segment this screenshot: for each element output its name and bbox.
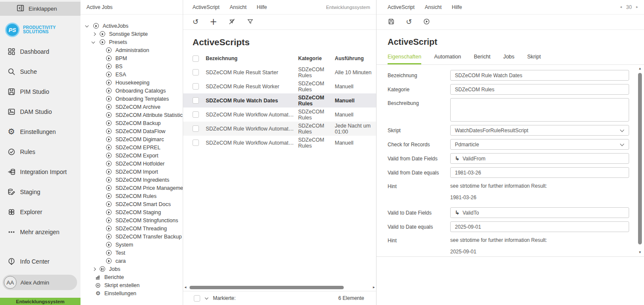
tree-item-sdzecom-smart-docs[interactable]: SDZeCOM Smart Docs (80, 200, 183, 208)
filter-clear-button[interactable] (228, 18, 236, 26)
tree-item-sonstige-skripte[interactable]: Sonstige Skripte (80, 30, 183, 38)
tree-item-onboarding-catalogs[interactable]: Onboarding Catalogs (80, 87, 183, 95)
tree-item-activejobs[interactable]: ActiveJobs (80, 22, 183, 30)
tree-item-presets[interactable]: Presets (80, 38, 183, 46)
table-row[interactable]: SDZeCOM Rule Workflow Automation WorkerS… (183, 136, 376, 150)
tree-item-sdzecom-staging[interactable]: SDZeCOM Staging (80, 208, 183, 216)
sidebar-item-mehr-anzeigen[interactable]: Mehr anzeigen (0, 222, 80, 242)
sidebar-item-rules[interactable]: Rules (0, 142, 80, 162)
tree-item-sdzecom-stringfunctions[interactable]: SDZeCOM Stringfunctions (80, 216, 183, 224)
tree-item-sdzecom-backup[interactable]: SDZeCOM Backup (80, 119, 183, 127)
expander-right-icon[interactable] (92, 33, 100, 35)
tree-item-bs[interactable]: BS (80, 62, 183, 70)
sidebar-item-info-center[interactable]: Info Center (0, 251, 80, 271)
column-header-ausfuehrung[interactable]: Ausführung (335, 55, 372, 61)
tree-item-sdzecom-price-management[interactable]: SDZeCOM Price Management (80, 184, 183, 192)
tree-item-jobs[interactable]: Jobs (80, 265, 183, 273)
menu-ansicht[interactable]: Ansicht (425, 4, 441, 10)
valid-to-date-fields-input[interactable]: ↳ValidTo (450, 207, 629, 218)
tree-item-bpm[interactable]: BPM (80, 54, 183, 62)
row-checkbox[interactable] (193, 125, 199, 132)
tab-jobs[interactable]: Jobs (503, 54, 514, 64)
tree-item-einstellungen[interactable]: ⚙Einstellungen (80, 289, 183, 297)
tree-item-berichte[interactable]: Berichte (80, 273, 183, 281)
tab-skript[interactable]: Skript (527, 54, 541, 64)
column-header-bezeichnung[interactable]: Bezeichnung (206, 55, 298, 61)
table-row[interactable]: SDZeCOM Rule Result WorkerSDZeCOM RulesM… (183, 79, 376, 93)
save-button[interactable] (388, 18, 395, 26)
sidebar-item-dam-studio[interactable]: DAM Studio (0, 102, 80, 122)
tree-item-system[interactable]: System (80, 241, 183, 249)
tree-item-sdzecom-eprel[interactable]: SDZeCOM EPREL (80, 143, 183, 151)
kategorie-input[interactable]: SDZeCOM Rules (450, 84, 629, 95)
menu-activescript[interactable]: ActiveScript (388, 4, 414, 10)
check-for-records-select[interactable]: Pdmarticle (450, 139, 629, 150)
tree-item-sdzecom-digimarc[interactable]: SDZeCOM Digimarc (80, 135, 183, 143)
sidebar-item-explorer[interactable]: Explorer (0, 202, 80, 222)
tree-item-sdzecom-import[interactable]: SDZeCOM Import (80, 168, 183, 176)
table-row[interactable]: SDZeCOM Rule Result StarterSDZeCOM Rules… (183, 65, 376, 79)
scrollbar-thumb[interactable] (190, 286, 344, 289)
menu-ansicht[interactable]: Ansicht (230, 4, 246, 10)
tree-item-test[interactable]: Test (80, 249, 183, 257)
beschreibung-textarea[interactable] (450, 98, 629, 122)
tree-item-sdzecom-rules[interactable]: SDZeCOM Rules (80, 192, 183, 200)
tree-item-onboarding-templates[interactable]: Onboarding Templates (80, 95, 183, 103)
pager-next-icon[interactable]: ▸ (636, 5, 638, 9)
chevron-down-icon[interactable] (205, 296, 208, 299)
tab-eigenschaften[interactable]: Eigenschaften (388, 54, 421, 64)
user-menu[interactable]: AA Alex Admin (3, 275, 77, 290)
tree-item-sdzecom-transfer-backup[interactable]: SDZeCOM Transfer Backup (80, 232, 183, 241)
scroll-right-icon[interactable]: ▸ (373, 285, 375, 289)
expander-right-icon[interactable] (92, 268, 100, 270)
bezeichnung-input[interactable]: SDZeCOM Rule Watch Dates (450, 70, 629, 81)
tree-item-sdzecom-hotfolder[interactable]: SDZeCOM Hotfolder (80, 160, 183, 168)
filter-button[interactable] (247, 18, 254, 26)
sidebar-item-integration-import[interactable]: Integration Import (0, 162, 80, 182)
scrollbar-track[interactable] (638, 71, 642, 250)
scroll-left-icon[interactable]: ◂ (184, 285, 187, 289)
valid-from-date-fields-input[interactable]: ↳ValidFrom (450, 153, 629, 164)
menu-hilfe[interactable]: Hilfe (452, 4, 462, 10)
footer-checkbox[interactable] (194, 295, 200, 302)
tab-automation[interactable]: Automation (434, 54, 461, 64)
table-row[interactable]: SDZeCOM Rule Workflow Automation by d...… (183, 107, 376, 122)
valid-from-date-equals-input[interactable]: 1981-03-26 (450, 167, 629, 178)
add-button[interactable]: + (210, 17, 217, 26)
vertical-scrollbar[interactable]: ▴ ▾ (637, 67, 643, 254)
tree-item-housekeeping[interactable]: Housekeeping (80, 78, 183, 87)
tree-item-administration[interactable]: Administration (80, 46, 183, 54)
select-all-checkbox[interactable] (193, 55, 199, 62)
tree-item-sdzecom-export[interactable]: SDZeCOM Export (80, 151, 183, 160)
sidebar-item-pim-studio[interactable]: PIM Studio (0, 81, 80, 102)
menu-activescript[interactable]: ActiveScript (193, 4, 219, 10)
pager-prev-icon[interactable]: ◂ (620, 5, 622, 9)
sidebar-item-einstellungen[interactable]: ⚙Einstellungen (0, 122, 80, 142)
scroll-up-icon[interactable]: ▴ (639, 67, 641, 70)
table-row[interactable]: SDZeCOM Rule Workflow Automation Starter… (183, 122, 376, 136)
sidebar-item-staging[interactable]: Staging (0, 182, 80, 202)
menu-hilfe[interactable]: Hilfe (257, 4, 267, 10)
row-checkbox[interactable] (193, 97, 199, 104)
tree-item-sdzecom-archive[interactable]: SDZeCOM Archive (80, 103, 183, 111)
expander-down-icon[interactable] (92, 41, 100, 43)
tree-item-cara[interactable]: cara (80, 257, 183, 265)
valid-to-date-equals-input[interactable]: 2025-09-01 (450, 221, 629, 232)
tree-item-sdzecom-attribute-statistics[interactable]: SDZeCOM Attribute Statistics (80, 111, 183, 119)
column-header-kategorie[interactable]: Kategorie (298, 55, 335, 61)
sidebar-item-dashboard[interactable]: Dashboard (0, 41, 80, 61)
scroll-down-icon[interactable]: ▾ (639, 250, 641, 254)
table-row[interactable]: SDZeCOM Rule Watch DatesSDZeCOM RulesMan… (183, 93, 376, 107)
tree-item-esa[interactable]: ESA (80, 70, 183, 78)
refresh-button[interactable]: ↺ (406, 18, 412, 26)
tree-item-sdzecom-ingredients[interactable]: SDZeCOM Ingredients (80, 176, 183, 184)
row-checkbox[interactable] (193, 69, 199, 76)
scrollbar-thumb[interactable] (638, 73, 642, 244)
row-checkbox[interactable] (193, 139, 199, 146)
refresh-button[interactable]: ↺ (193, 18, 198, 26)
tree-item-sdzecom-threading[interactable]: SDZeCOM Threading (80, 224, 183, 232)
horizontal-scrollbar[interactable]: ◂ ▸ (183, 285, 376, 290)
tab-bericht[interactable]: Bericht (474, 54, 490, 64)
run-button[interactable] (423, 18, 430, 26)
skript-select[interactable]: WatchDatesForRuleResultScript (450, 125, 629, 136)
